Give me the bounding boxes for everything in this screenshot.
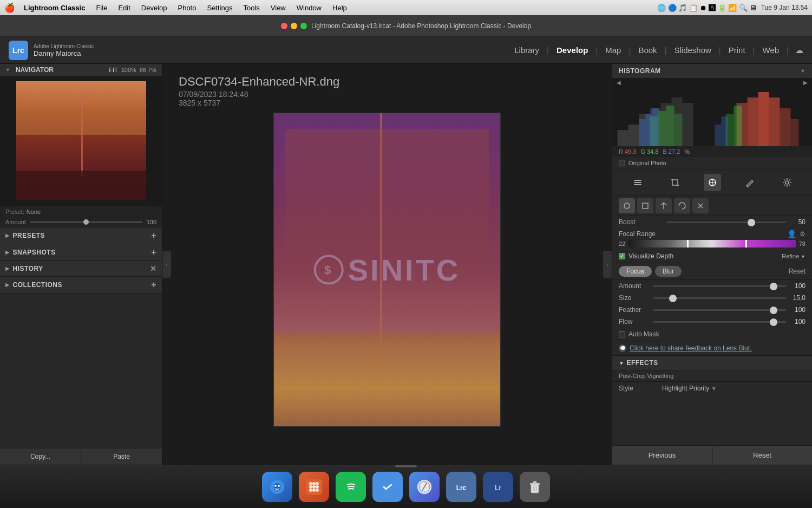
- reset-top-button[interactable]: Reset: [789, 268, 806, 275]
- photo-menu[interactable]: Photo: [175, 3, 198, 13]
- nav-library[interactable]: Library: [509, 43, 545, 57]
- refine-button[interactable]: Refine ▼: [782, 253, 806, 259]
- edit-menu[interactable]: Edit: [116, 3, 132, 13]
- tool-masking-icon[interactable]: [704, 174, 721, 191]
- svg-point-28: [785, 181, 789, 184]
- reset-bottom-button[interactable]: Reset: [712, 446, 812, 465]
- boost-slider[interactable]: [666, 222, 786, 223]
- flow-slider[interactable]: [653, 321, 786, 323]
- settings-menu[interactable]: Settings: [205, 3, 234, 13]
- visualize-checkbox[interactable]: ✓: [619, 253, 625, 259]
- dock-lrc[interactable]: Lrc: [446, 472, 476, 502]
- feather-slider[interactable]: [653, 309, 786, 311]
- nav-web[interactable]: Web: [757, 43, 785, 57]
- collections-add[interactable]: +: [151, 280, 156, 290]
- apple-menu[interactable]: 🍎: [4, 3, 15, 13]
- collections-header[interactable]: ▶ Collections +: [0, 277, 162, 293]
- nav-100[interactable]: 100%: [121, 67, 136, 73]
- develop-menu[interactable]: Develop: [139, 3, 169, 13]
- help-menu[interactable]: Help: [330, 3, 349, 13]
- nav-fit[interactable]: FIT: [109, 67, 118, 73]
- effects-label: Effects: [626, 359, 658, 367]
- presets-add[interactable]: +: [151, 231, 156, 240]
- tool-crop-icon[interactable]: [666, 174, 684, 191]
- file-menu[interactable]: File: [94, 3, 109, 13]
- window-menu[interactable]: Window: [294, 3, 324, 13]
- fullscreen-button[interactable]: [300, 23, 307, 29]
- amount-thumb[interactable]: [770, 283, 777, 290]
- cloud-icon[interactable]: ☁: [795, 45, 803, 55]
- previous-button[interactable]: Previous: [612, 446, 712, 465]
- flow-thumb[interactable]: [770, 318, 777, 326]
- blur-button[interactable]: Blur: [655, 266, 682, 277]
- paste-button[interactable]: Paste: [81, 448, 162, 465]
- size-slider[interactable]: [653, 297, 786, 299]
- feedback-row: 💬 Click here to share feedback on Lens B…: [612, 341, 812, 356]
- original-photo-checkbox[interactable]: [619, 160, 625, 166]
- tools-menu[interactable]: Tools: [241, 3, 261, 13]
- right-panel-toggle[interactable]: ›: [603, 251, 612, 278]
- feather-thumb[interactable]: [770, 307, 777, 314]
- feedback-label[interactable]: Click here to share feedback on Lens Blu…: [630, 344, 751, 352]
- dock-lr[interactable]: Lr: [483, 472, 513, 502]
- focal-settings-icon[interactable]: ⚙: [800, 230, 806, 238]
- copy-button[interactable]: Copy...: [0, 448, 81, 465]
- history-clear[interactable]: ✕: [150, 264, 157, 273]
- dock-tasks[interactable]: [372, 472, 403, 502]
- history-header[interactable]: ▶ History ✕: [0, 261, 162, 276]
- nav-slideshow[interactable]: Slideshow: [669, 43, 716, 57]
- svg-rect-12: [646, 114, 652, 146]
- app-name-bottom: Danny Maiorca: [34, 49, 94, 57]
- auto-mask-checkbox[interactable]: [619, 331, 625, 337]
- focus-button[interactable]: Focus: [619, 266, 652, 277]
- rgb-r: R 49,3: [619, 148, 636, 155]
- focal-range-header: Focal Range 👤 ⚙: [612, 228, 812, 239]
- focal-gradient[interactable]: [628, 240, 796, 248]
- amount-slider[interactable]: [653, 285, 786, 287]
- minimize-button[interactable]: [291, 23, 297, 29]
- view-menu[interactable]: View: [269, 3, 288, 13]
- svg-point-35: [309, 482, 312, 485]
- snapshots-add[interactable]: +: [151, 248, 156, 257]
- mask-chip-5[interactable]: [692, 198, 709, 213]
- right-bottom-buttons: Previous Reset: [612, 445, 812, 465]
- main-layout: ▼ Navigator FIT 100% 66.7% P: [0, 64, 812, 465]
- nav-map[interactable]: Map: [600, 43, 626, 57]
- dock-launchpad[interactable]: [299, 472, 329, 502]
- dock-safari[interactable]: [409, 472, 440, 502]
- presets-header[interactable]: ▶ Presets +: [0, 227, 162, 244]
- watermark-circle: $: [314, 255, 344, 285]
- app-name-top: Adobe Lightroom Classic: [34, 43, 94, 49]
- mask-chip-1[interactable]: [619, 198, 635, 213]
- hist-arrow-left[interactable]: ◀: [617, 80, 621, 86]
- dock-spotify[interactable]: [336, 472, 366, 502]
- amount-thumb[interactable]: [83, 219, 89, 225]
- tool-retouch-icon[interactable]: [741, 174, 758, 191]
- dock-finder[interactable]: [262, 472, 292, 502]
- tool-basic-icon[interactable]: [629, 174, 646, 191]
- focal-thumb-left[interactable]: [687, 240, 689, 248]
- size-thumb[interactable]: [669, 295, 677, 302]
- photo-watermark: $ SINITC: [314, 252, 461, 288]
- navigator-title: Navigator: [16, 66, 54, 74]
- mask-chip-3[interactable]: [656, 198, 672, 213]
- mask-chip-4[interactable]: [674, 198, 690, 213]
- close-button[interactable]: [281, 23, 287, 29]
- tool-settings-icon[interactable]: [778, 174, 796, 191]
- focal-thumb-right[interactable]: [745, 240, 747, 248]
- photo-frame: $ SINITC: [273, 113, 501, 427]
- style-label: Style: [619, 385, 662, 392]
- snapshots-header[interactable]: ▶ Snapshots +: [0, 244, 162, 260]
- mask-chip-2[interactable]: [637, 198, 653, 213]
- hist-arrow-right[interactable]: ▶: [803, 80, 808, 86]
- nav-print[interactable]: Print: [723, 43, 751, 57]
- effects-header[interactable]: ▼ Effects: [612, 356, 812, 370]
- app-menu[interactable]: Lightroom Classic: [22, 3, 87, 13]
- dock-trash[interactable]: [520, 472, 550, 502]
- history-label: History: [13, 265, 43, 272]
- nav-book[interactable]: Book: [633, 43, 662, 57]
- left-panel-toggle[interactable]: ‹: [162, 251, 171, 278]
- nav-develop[interactable]: Develop: [551, 43, 593, 57]
- boost-thumb[interactable]: [748, 219, 755, 226]
- nav-66[interactable]: 66.7%: [140, 67, 156, 73]
